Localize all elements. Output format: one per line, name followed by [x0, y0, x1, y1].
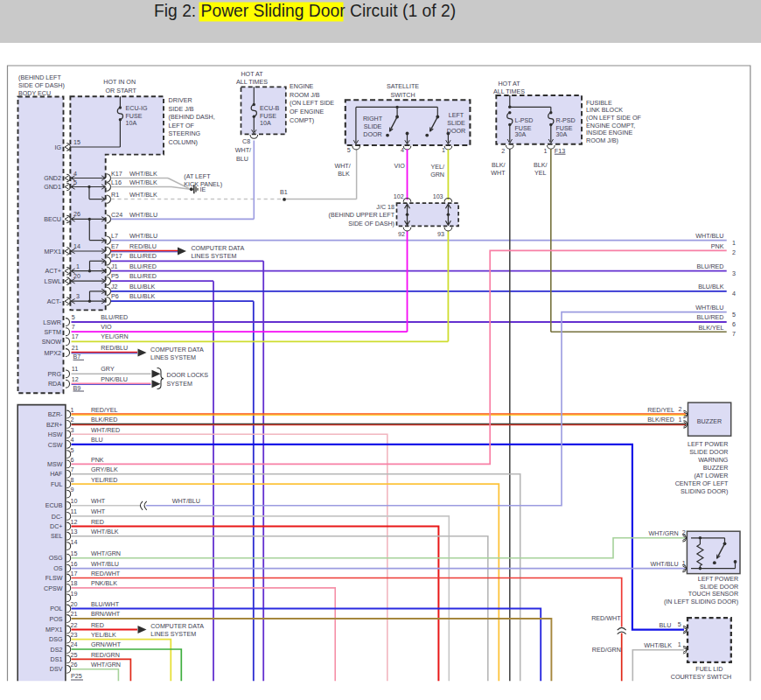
svg-text:RED/BLU: RED/BLU [129, 243, 157, 250]
svg-text:WHT/BLK: WHT/BLK [644, 642, 672, 649]
svg-text:SIDE OF DASH): SIDE OF DASH) [348, 220, 394, 228]
svg-text:LINES SYSTEM: LINES SYSTEM [191, 253, 236, 260]
svg-text:22: 22 [71, 622, 78, 629]
svg-text:14: 14 [71, 539, 78, 546]
svg-text:FUEL LID: FUEL LID [695, 666, 723, 673]
svg-text:BLK: BLK [338, 171, 350, 178]
svg-text:LEFT POWER: LEFT POWER [688, 441, 728, 448]
svg-text:SYSTEM: SYSTEM [167, 381, 192, 388]
svg-text:BUZZER: BUZZER [697, 418, 723, 425]
svg-text:BECU: BECU [44, 216, 61, 223]
svg-text:Fig 2: Power Sliding Door Circ: Fig 2: Power Sliding Door Circuit (1 of … [154, 2, 456, 20]
svg-text:ECU-B: ECU-B [260, 105, 279, 112]
svg-text:BRN/WHT: BRN/WHT [91, 611, 121, 618]
svg-text:COMPUTER DATA: COMPUTER DATA [150, 623, 204, 630]
svg-text:DOOR: DOOR [447, 128, 465, 135]
svg-text:BLU: BLU [236, 156, 248, 163]
svg-text:MPX1: MPX1 [45, 626, 62, 634]
svg-text:RED: RED [91, 519, 104, 526]
svg-text:2: 2 [679, 406, 682, 413]
svg-text:OF ENGINE: OF ENGINE [290, 108, 325, 116]
svg-text:DOOR LOCKS: DOOR LOCKS [167, 372, 209, 379]
svg-text:BLK/: BLK/ [534, 162, 547, 169]
svg-text:15: 15 [71, 550, 78, 557]
svg-text:SNOW: SNOW [42, 339, 61, 346]
svg-text:WHT/GRN: WHT/GRN [91, 550, 121, 557]
svg-text:OS: OS [53, 565, 63, 572]
svg-text:BODY ECU: BODY ECU [18, 90, 51, 97]
svg-text:RED/WHT: RED/WHT [91, 570, 121, 578]
svg-text:DS2: DS2 [51, 647, 63, 654]
svg-text:BLU/BLK: BLU/BLK [698, 284, 724, 290]
svg-text:3: 3 [732, 270, 736, 277]
svg-text:4: 4 [732, 290, 736, 298]
svg-text:1: 1 [442, 147, 445, 154]
svg-text:YEL/: YEL/ [431, 164, 444, 171]
svg-text:14: 14 [73, 243, 80, 250]
svg-text:19: 19 [71, 591, 78, 598]
svg-text:DC-: DC- [52, 514, 63, 521]
svg-text:GRN/WHT: GRN/WHT [91, 641, 122, 648]
svg-text:1: 1 [678, 641, 681, 648]
svg-text:GRY/BLK: GRY/BLK [91, 466, 118, 473]
svg-text:30A: 30A [515, 131, 527, 138]
svg-text:BLU/RED: BLU/RED [697, 263, 724, 270]
svg-text:BLU/WHT: BLU/WHT [91, 601, 120, 608]
svg-text:103: 103 [433, 193, 443, 200]
svg-text:6: 6 [732, 321, 736, 328]
svg-text:L7: L7 [111, 233, 118, 240]
svg-text:21: 21 [71, 611, 78, 618]
svg-text:1: 1 [682, 560, 686, 567]
svg-text:PNK/BLU: PNK/BLU [101, 376, 128, 383]
svg-text:92: 92 [398, 231, 405, 238]
svg-text:COURTESY SWITCH: COURTESY SWITCH [671, 674, 732, 681]
svg-text:CSW: CSW [48, 442, 63, 449]
svg-text:WHT/BLU: WHT/BLU [91, 561, 119, 568]
svg-text:LINES SYSTEM: LINES SYSTEM [150, 354, 196, 361]
svg-text:WHT/GRN: WHT/GRN [91, 662, 121, 668]
svg-text:6: 6 [71, 457, 74, 464]
svg-text:RED/BLU: RED/BLU [101, 345, 128, 352]
svg-text:J1: J1 [111, 263, 118, 270]
svg-text:BLU/BLK: BLU/BLK [129, 293, 156, 300]
svg-text:(ON LEFT SIDE: (ON LEFT SIDE [290, 100, 334, 107]
svg-text:(BEHIND LEFT: (BEHIND LEFT [18, 74, 61, 81]
svg-text:BLK/RED: BLK/RED [647, 416, 674, 424]
svg-text:(ON LEFT SIDE OF: (ON LEFT SIDE OF [586, 115, 642, 122]
svg-text:C8: C8 [242, 138, 250, 145]
svg-text:10A: 10A [126, 120, 137, 127]
svg-text:GND1: GND1 [44, 184, 61, 191]
svg-text:RED: RED [91, 622, 104, 629]
svg-text:SWITCH: SWITCH [390, 92, 415, 99]
svg-text:YEL/BLK: YEL/BLK [91, 632, 116, 639]
svg-text:BLU/RED: BLU/RED [129, 273, 157, 280]
svg-text:MPX1: MPX1 [45, 248, 61, 256]
svg-text:BLU/RED: BLU/RED [697, 314, 724, 321]
svg-text:RED/GRN: RED/GRN [91, 652, 120, 659]
svg-text:25: 25 [71, 652, 78, 659]
svg-text:VIO: VIO [394, 163, 405, 170]
svg-text:SIDE J/B: SIDE J/B [169, 106, 194, 113]
svg-text:WARNING: WARNING [698, 457, 729, 464]
svg-text:OSG: OSG [49, 555, 63, 562]
svg-text:4: 4 [71, 437, 74, 444]
svg-text:WHT/GRN: WHT/GRN [648, 530, 678, 537]
svg-text:WHT/BLU: WHT/BLU [129, 212, 157, 219]
svg-text:RED/WHT: RED/WHT [591, 615, 621, 622]
svg-text:DC+: DC+ [50, 523, 62, 530]
svg-text:COLUMN): COLUMN) [169, 139, 198, 146]
svg-text:ENGINE COMPT,: ENGINE COMPT, [586, 122, 635, 130]
svg-text:2: 2 [682, 529, 686, 536]
svg-text:3: 3 [71, 427, 74, 434]
svg-text:18: 18 [71, 580, 78, 587]
svg-text:1: 1 [76, 263, 80, 270]
svg-text:ALL TIMES: ALL TIMES [236, 79, 268, 86]
svg-text:12: 12 [71, 519, 78, 526]
svg-text:POS: POS [49, 616, 62, 623]
svg-text:WHT: WHT [491, 170, 506, 177]
svg-text:ACT-: ACT- [47, 298, 62, 305]
svg-text:12: 12 [72, 376, 79, 383]
svg-text:5: 5 [72, 314, 75, 321]
svg-text:(BEHIND DASH,: (BEHIND DASH, [169, 114, 215, 121]
svg-text:17: 17 [71, 570, 78, 578]
